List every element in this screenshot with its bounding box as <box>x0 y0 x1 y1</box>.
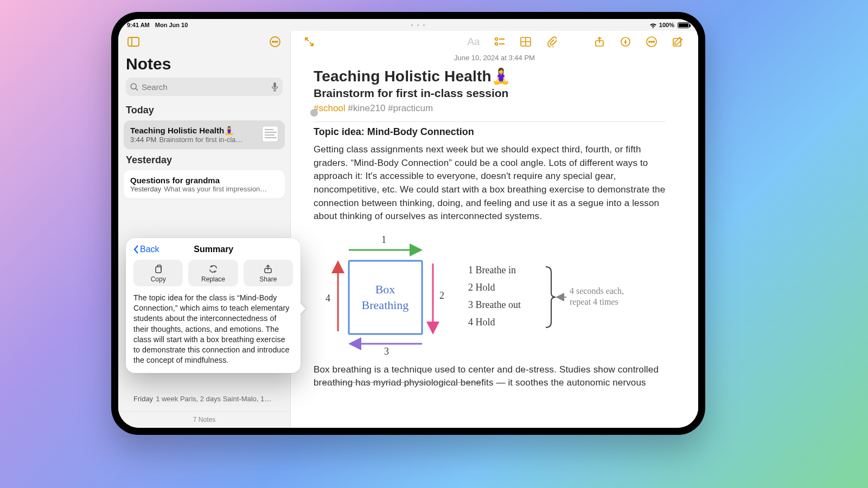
svg-point-25 <box>649 41 650 42</box>
more-note-icon[interactable] <box>644 34 659 49</box>
battery-icon <box>678 22 690 28</box>
status-bar: 9:41 AM Mon Jun 10 • • • 100% <box>118 19 698 31</box>
replace-button[interactable]: Replace <box>188 260 238 286</box>
note-thumbnail-icon <box>262 126 278 142</box>
svg-text:Breathing: Breathing <box>362 298 409 312</box>
copy-button[interactable]: Copy <box>133 260 183 286</box>
editor-toolbar: Aa <box>291 31 698 53</box>
compose-icon[interactable] <box>670 34 685 49</box>
svg-rect-11 <box>156 267 161 273</box>
markup-icon[interactable] <box>618 34 633 49</box>
svg-text:2: 2 <box>439 290 444 301</box>
note-date: June 10, 2024 at 3:44 PM <box>291 54 698 62</box>
expand-icon[interactable] <box>302 34 317 49</box>
note-tags[interactable]: #school #kine210 #practicum <box>314 103 666 114</box>
note-item-teaching[interactable]: Teaching Holistic Health🧘‍♀️ 3:44 PMBrai… <box>124 120 285 149</box>
divider <box>314 121 666 122</box>
svg-text:1: 1 <box>381 234 386 245</box>
svg-text:3  Breathe out: 3 Breathe out <box>468 299 521 310</box>
summary-popover: Back Summary Copy Replace <box>126 238 301 373</box>
svg-text:4 seconds each,: 4 seconds each, <box>570 286 624 296</box>
svg-line-7 <box>136 88 138 91</box>
note-title: Questions for grandma <box>130 176 278 185</box>
multitask-dots[interactable]: • • • <box>188 22 649 28</box>
svg-point-5 <box>277 41 278 42</box>
body-paragraph-2: Box breathing is a technique used to cen… <box>314 363 666 390</box>
svg-rect-8 <box>273 82 276 88</box>
text-style-icon[interactable]: Aa <box>466 34 481 49</box>
svg-point-27 <box>653 41 654 42</box>
svg-line-14 <box>310 42 313 46</box>
svg-text:3: 3 <box>384 346 389 356</box>
topic-heading: Topic idea: Mind-Body Connection <box>314 126 666 138</box>
ipad-frame: 9:41 AM Mon Jun 10 • • • 100% <box>111 12 705 435</box>
table-icon[interactable] <box>518 34 533 49</box>
svg-rect-29 <box>349 261 422 334</box>
svg-text:repeat 4 times: repeat 4 times <box>570 297 618 307</box>
sidebar-title: Notes <box>118 53 290 78</box>
battery-percent: 100% <box>659 22 674 28</box>
svg-point-6 <box>131 84 136 89</box>
svg-text:4: 4 <box>326 293 330 304</box>
note-item-grandma[interactable]: Questions for grandma YesterdayWhat was … <box>124 170 285 198</box>
note-title: Teaching Holistic Health🧘‍♀️ <box>130 126 257 136</box>
attachment-icon[interactable] <box>544 34 559 49</box>
dictation-icon[interactable] <box>271 82 278 92</box>
svg-point-4 <box>275 41 276 42</box>
search-placeholder: Search <box>142 82 268 92</box>
sidebar-toggle-icon[interactable] <box>126 34 141 49</box>
status-time: 9:41 AM <box>127 22 150 28</box>
body-paragraph: Getting class assignments next week but … <box>314 143 666 223</box>
svg-text:4  Hold: 4 Hold <box>468 317 495 328</box>
more-options-icon[interactable] <box>267 34 283 49</box>
section-yesterday: Yesterday <box>118 151 290 168</box>
section-today: Today <box>118 101 290 118</box>
svg-text:1  Breathe in: 1 Breathe in <box>468 265 516 275</box>
svg-point-17 <box>495 43 498 46</box>
share-note-icon[interactable] <box>592 34 607 49</box>
svg-line-13 <box>305 38 309 41</box>
note-item-trip-preview[interactable]: Friday1 week Paris, 2 days Saint-Malo, 1… <box>133 395 280 403</box>
text-cursor-handle[interactable] <box>310 109 318 117</box>
checklist-icon[interactable] <box>492 34 507 49</box>
svg-point-3 <box>272 41 273 42</box>
sidebar-footer-count: 7 Notes <box>118 411 290 428</box>
box-breathing-sketch: Box Breathing 1 2 3 4 1 B <box>319 231 644 356</box>
wifi-icon <box>649 22 657 28</box>
search-input[interactable]: Search <box>126 78 283 96</box>
note-editor[interactable]: Aa <box>291 31 698 428</box>
note-subtitle: Brainstorm for first in-class session <box>314 87 666 100</box>
notes-sidebar: Notes Search Today Teaching Holistic Hea… <box>118 31 291 428</box>
screen: 9:41 AM Mon Jun 10 • • • 100% <box>118 19 698 428</box>
popover-title: Summary <box>135 245 293 254</box>
share-button[interactable]: Share <box>244 260 293 286</box>
summary-text: The topic idea for the class is “Mind-Bo… <box>133 293 293 365</box>
svg-point-15 <box>495 38 498 41</box>
note-heading: Teaching Holistic Health🧘‍♀️ <box>314 67 666 85</box>
svg-rect-0 <box>128 37 139 46</box>
svg-text:Box: Box <box>375 282 395 296</box>
svg-text:2  Hold: 2 Hold <box>468 282 495 293</box>
svg-point-26 <box>651 41 652 42</box>
status-date: Mon Jun 10 <box>155 22 188 28</box>
